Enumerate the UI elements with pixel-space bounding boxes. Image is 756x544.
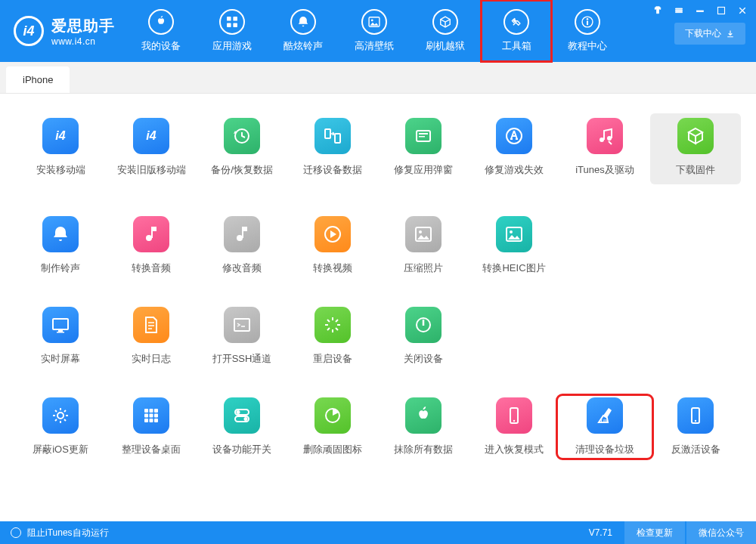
tool-label: 修改音频 (222, 261, 262, 275)
tool-label: 实时日志 (132, 352, 171, 366)
nav-wallpapers[interactable]: 高清壁纸 (339, 0, 410, 62)
nav-flash-jailbreak[interactable]: 刷机越狱 (410, 0, 481, 62)
tool-label: 关闭设备 (404, 352, 443, 366)
tool-erase-all[interactable]: 抹除所有数据 (378, 397, 469, 456)
tool-label: 实时屏幕 (41, 352, 80, 366)
tool-convert-audio[interactable]: 转换音频 (106, 216, 197, 275)
maximize-icon[interactable] (712, 4, 730, 17)
tool-itunes-driver[interactable]: iTunes及驱动 (559, 118, 650, 184)
nav-my-device[interactable]: 我的设备 (125, 0, 197, 62)
block-itunes-label: 阻止iTunes自动运行 (27, 527, 109, 539)
minimize-icon[interactable] (691, 4, 709, 17)
tool-install-mobile[interactable]: 安装移动端 (15, 118, 106, 184)
convert-heic-icon (496, 216, 532, 252)
tool-convert-video[interactable]: 转换视频 (287, 216, 378, 275)
tool-label: 转换视频 (313, 261, 352, 275)
fix-game-fail-icon (496, 118, 532, 154)
window-controls (649, 4, 751, 17)
nav-label: 刷机越狱 (426, 39, 465, 53)
nav-tutorials[interactable]: 教程中心 (552, 0, 623, 62)
install-mobile-icon (42, 118, 79, 154)
tool-backup-restore[interactable]: 备份/恢复数据 (197, 118, 287, 184)
block-itunes-toggle[interactable]: 阻止iTunes自动运行 (0, 527, 109, 539)
erase-all-icon (405, 397, 442, 434)
tool-label: 转换HEIC图片 (482, 261, 545, 275)
itunes-driver-icon (587, 118, 623, 154)
skin-icon[interactable] (649, 4, 667, 17)
nav-app-games[interactable]: 应用游戏 (197, 0, 268, 62)
tool-label: 下载固件 (676, 163, 715, 177)
tool-delete-stuck-icons[interactable]: 删除顽固图标 (287, 397, 378, 456)
wechat-button[interactable]: 微信公众号 (686, 521, 756, 544)
toolbox-icon (503, 9, 529, 35)
tool-shutdown-device[interactable]: 关闭设备 (378, 307, 469, 366)
edit-audio-icon (224, 216, 260, 252)
reboot-device-icon (314, 307, 351, 343)
menu-icon[interactable] (670, 4, 688, 17)
tool-reboot-device[interactable]: 重启设备 (287, 307, 378, 366)
tool-realtime-log[interactable]: 实时日志 (106, 307, 197, 366)
tool-label: 备份/恢复数据 (211, 163, 273, 177)
version-label: V7.71 (578, 527, 623, 538)
tool-label: 抹除所有数据 (394, 443, 453, 456)
tool-label: iTunes及驱动 (575, 163, 634, 177)
tool-convert-heic[interactable]: 转换HEIC图片 (469, 216, 559, 275)
tool-label: 修复游戏失效 (485, 163, 544, 177)
tool-label: 打开SSH通道 (212, 352, 272, 366)
block-ios-update-icon (42, 397, 79, 434)
shutdown-device-icon (405, 307, 442, 343)
feature-switch-icon (224, 397, 260, 434)
tool-label: 删除顽固图标 (303, 443, 362, 456)
tool-label: 修复应用弹窗 (394, 163, 453, 177)
tool-label: 清理设备垃圾 (575, 443, 634, 456)
tool-clean-junk[interactable]: 清理设备垃圾 (559, 397, 650, 456)
delete-stuck-icons-icon (314, 397, 351, 434)
tool-install-old-mobile[interactable]: 安装旧版移动端 (106, 118, 197, 184)
tool-fix-game-fail[interactable]: 修复游戏失效 (469, 118, 559, 184)
migrate-data-icon (314, 118, 351, 154)
tool-block-ios-update[interactable]: 屏蔽iOS更新 (15, 397, 106, 456)
download-icon (726, 29, 735, 39)
tool-label: 安装移动端 (36, 163, 85, 177)
tool-migrate-data[interactable]: 迁移设备数据 (287, 118, 378, 184)
tool-fix-app-popup[interactable]: 修复应用弹窗 (378, 118, 469, 184)
tool-label: 制作铃声 (41, 261, 80, 275)
nav-toolbox[interactable]: 工具箱 (481, 0, 552, 62)
tool-enter-recovery[interactable]: 进入恢复模式 (469, 397, 559, 456)
nav-label: 教程中心 (568, 39, 607, 53)
wallpapers-icon (361, 9, 387, 35)
tool-arrange-desktop[interactable]: 整理设备桌面 (106, 397, 197, 456)
nav-label: 应用游戏 (212, 39, 252, 53)
tool-open-ssh[interactable]: 打开SSH通道 (197, 307, 287, 366)
radio-icon (11, 527, 21, 538)
tool-label: 压缩照片 (404, 261, 443, 275)
logo[interactable]: i4 爱思助手 www.i4.cn (0, 16, 125, 47)
check-update-button[interactable]: 检查更新 (624, 521, 685, 544)
tool-realtime-screen[interactable]: 实时屏幕 (15, 307, 106, 366)
enter-recovery-icon (496, 397, 532, 434)
tool-edit-audio[interactable]: 修改音频 (197, 216, 287, 275)
nav-ringtones[interactable]: 酷炫铃声 (268, 0, 339, 62)
ringtones-icon (290, 9, 316, 35)
download-center-button[interactable]: 下载中心 (674, 23, 745, 45)
compress-photo-icon (405, 216, 442, 252)
arrange-desktop-icon (133, 397, 169, 434)
download-firmware-icon (677, 118, 714, 154)
tab-bar: iPhone (0, 62, 756, 94)
tool-deactivate[interactable]: 反激活设备 (650, 397, 741, 456)
open-ssh-icon (224, 307, 260, 343)
svg-rect-1 (718, 8, 725, 14)
close-icon[interactable] (733, 4, 751, 17)
tab-iphone[interactable]: iPhone (6, 66, 70, 93)
tool-make-ringtone[interactable]: 制作铃声 (15, 216, 106, 275)
logo-text: 爱思助手 www.i4.cn (51, 16, 115, 47)
install-old-mobile-icon (133, 118, 169, 154)
tool-feature-switch[interactable]: 设备功能开关 (197, 397, 287, 456)
tool-download-firmware[interactable]: 下载固件 (650, 113, 741, 184)
top-nav: 我的设备应用游戏酷炫铃声高清壁纸刷机越狱工具箱教程中心 (125, 0, 623, 62)
clean-junk-icon (587, 397, 623, 434)
tool-compress-photo[interactable]: 压缩照片 (378, 216, 469, 275)
tool-label: 反激活设备 (671, 443, 720, 456)
nav-label: 酷炫铃声 (284, 39, 323, 53)
nav-label: 工具箱 (502, 39, 531, 53)
